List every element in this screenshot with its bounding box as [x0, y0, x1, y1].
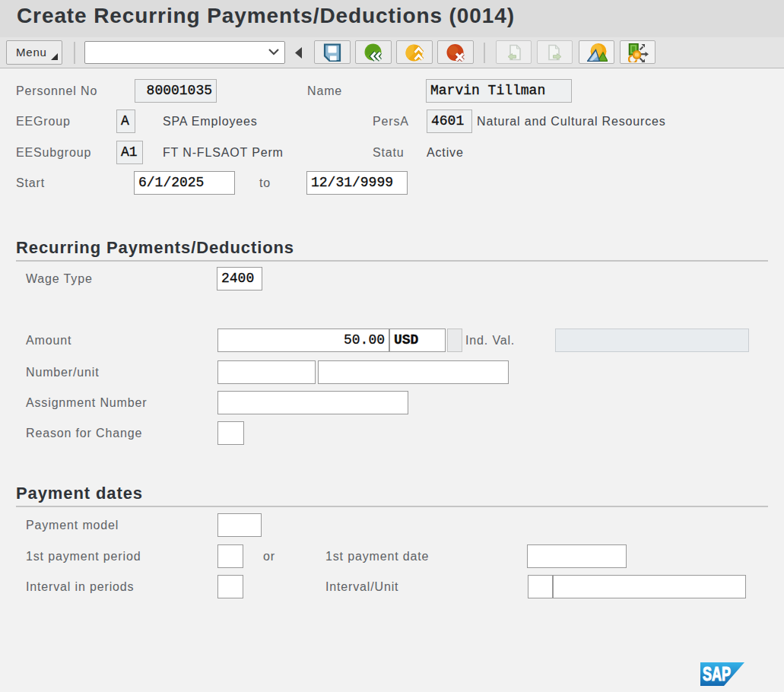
- svg-text:SAP: SAP: [703, 663, 731, 684]
